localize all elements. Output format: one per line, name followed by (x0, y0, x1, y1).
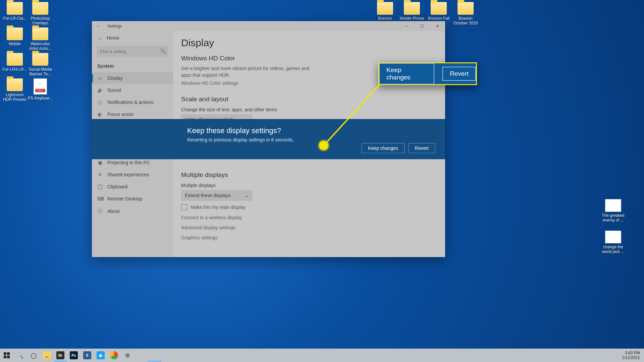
maximize-button[interactable]: ☐ (414, 21, 430, 31)
photoshop-button[interactable]: Ps (67, 349, 80, 362)
desktop-icon[interactable]: Photoshop Overlays (28, 2, 53, 26)
sidebar-search: 🔍 (97, 46, 168, 57)
start-button[interactable] (0, 349, 13, 362)
window-title: Settings (105, 24, 399, 28)
wireless-display-link[interactable]: Connect to a wireless display (181, 215, 437, 220)
desktop-icon[interactable]: Social Media Banner Te... (28, 53, 53, 77)
checkbox-icon (181, 204, 187, 210)
desktop-icon[interactable]: Mobile (2, 27, 28, 46)
titlebar: ← Settings ─ ☐ ✕ (92, 21, 445, 31)
page-title: Display (181, 37, 437, 49)
sidebar-item-about[interactable]: ⓘAbout (92, 205, 173, 218)
sound-icon: 🔊 (97, 87, 103, 93)
chevron-down-icon: ⌄ (245, 193, 249, 198)
hd-color-desc: Get a brighter and more vibrant picture … (181, 65, 315, 78)
taskbar-search-button[interactable]: 🔍 (13, 349, 27, 362)
shared-icon: ✕ (97, 172, 103, 177)
desktop-icon[interactable]: Watercolor Artist Actio... (28, 27, 53, 51)
desktop-icon[interactable]: The greatest enemy of ... (600, 199, 626, 223)
callout-keep-button: Keep changes (379, 63, 434, 84)
graphics-settings-link[interactable]: Graphics settings (181, 235, 437, 240)
advanced-display-link[interactable]: Advanced display settings (181, 225, 437, 230)
taskbar: 🔍 ◯ ▂ Br Ps S ◉ ⚙ 3:43 PM 1/11/2021 (0, 349, 644, 362)
search-icon: 🔍 (160, 48, 166, 54)
chrome-button[interactable] (107, 349, 121, 362)
desktop-icon[interactable]: Braxton October 2020 (453, 2, 478, 26)
scale-label: Change the size of text, apps, and other… (181, 107, 437, 112)
confirm-subtitle: Reverting to previous display settings i… (187, 137, 435, 142)
notifications-icon: ◻ (97, 100, 103, 105)
hd-color-heading: Windows HD Color (181, 55, 437, 62)
minimize-button[interactable]: ─ (399, 21, 414, 31)
annotation-dot (319, 141, 328, 150)
file-explorer-button[interactable]: ▂ (40, 349, 54, 362)
app-button[interactable]: ◉ (94, 349, 107, 362)
desktop-icon[interactable]: change the world pick ... (600, 231, 626, 254)
settings-taskbar-button[interactable]: ⚙ (121, 349, 134, 362)
sidebar-item-notifications[interactable]: ◻Notifications & actions (92, 96, 173, 108)
sidebar-item-display[interactable]: ▭Display (92, 72, 173, 84)
multi-displays-label: Multiple displays (181, 183, 437, 188)
desktop-icon[interactable]: Lightroom HDR Presets (2, 78, 28, 102)
callout-revert-button: Revert (442, 67, 476, 81)
task-view-button[interactable]: ◯ (27, 349, 40, 362)
tray-time: 3:43 PM (622, 351, 640, 355)
tray-date: 1/11/2021 (622, 355, 640, 360)
sidebar-item-clipboard[interactable]: 📋Clipboard (92, 181, 173, 193)
sidebar-item-sound[interactable]: 🔊Sound (92, 84, 173, 96)
snagit-button[interactable]: S (80, 349, 94, 362)
hd-color-link[interactable]: Windows HD Color settings (181, 80, 238, 86)
home-icon: ⌂ (97, 35, 103, 41)
sidebar-item-shared[interactable]: ✕Shared experiences (92, 169, 173, 181)
display-confirm-bar: Keep these display settings? Reverting t… (92, 119, 445, 159)
close-button[interactable]: ✕ (430, 21, 445, 31)
desktop-icon[interactable]: PS-Keyboar... (28, 78, 53, 101)
remote-icon: ⌨ (97, 196, 103, 201)
multi-displays-heading: Multiple displays (181, 171, 437, 179)
back-button[interactable]: ← (92, 23, 105, 29)
confirm-title: Keep these display settings? (187, 126, 435, 135)
about-icon: ⓘ (97, 208, 103, 214)
keep-changes-button[interactable]: Keep changes (362, 143, 405, 153)
bridge-button[interactable]: Br (54, 349, 67, 362)
clipboard-icon: 📋 (97, 184, 103, 189)
main-display-checkbox-row[interactable]: Make this my main display (181, 204, 437, 210)
annotation-callout: Keep changes Revert (378, 62, 477, 85)
display-icon: ▭ (97, 75, 103, 81)
system-tray[interactable]: 3:43 PM 1/11/2021 (622, 351, 644, 360)
focus-icon: ◐ (97, 112, 103, 117)
scale-heading: Scale and layout (181, 96, 437, 103)
desktop-icon[interactable]: For-LR-Cla... (2, 2, 28, 21)
sidebar-item-focus-assist[interactable]: ◐Focus assist (92, 108, 173, 120)
multi-displays-dropdown[interactable]: Extend these displays ⌄ (181, 190, 252, 201)
search-input[interactable] (97, 46, 168, 57)
projecting-icon: ▣ (97, 160, 103, 165)
desktop-icon[interactable]: For-LR4-LR... (2, 53, 28, 72)
revert-button[interactable]: Revert (409, 143, 435, 153)
sidebar-item-remote-desktop[interactable]: ⌨Remote Desktop (92, 193, 173, 205)
sidebar-home[interactable]: ⌂ Home (92, 31, 173, 45)
sidebar-category: System (92, 60, 173, 72)
